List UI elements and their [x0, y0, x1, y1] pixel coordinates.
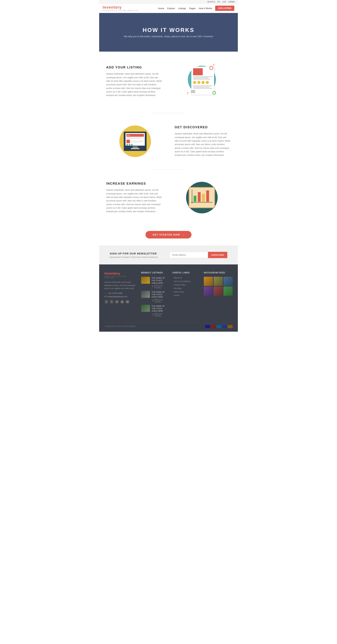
link-career[interactable]: Career	[172, 294, 198, 296]
logo-subtitle: DIRECTORY & LISTING TEMPLATE	[103, 10, 138, 12]
illus3-bars	[193, 190, 212, 202]
footer-bottom: © INVENTORY 2016 | BY BOOTSGRID	[104, 322, 232, 328]
link-sitemap[interactable]: Site Map	[172, 287, 198, 289]
payment-visa	[205, 325, 210, 328]
insta-item-3[interactable]	[224, 277, 232, 286]
main-nav: Home Explore Listings Pages How it Works…	[158, 6, 234, 11]
illus2-screen-row	[126, 140, 144, 143]
social-rss[interactable]: rss	[126, 300, 129, 304]
useful-links-list: About Us Terms & Conditions Privacy Poli…	[172, 277, 198, 296]
subscribe-button[interactable]: SUBSCRIBE	[208, 252, 227, 258]
divider-1	[99, 111, 238, 115]
listing-item-2: THE NAME OF THE PLACE GOES HERE 📍Melbour…	[141, 291, 167, 303]
footer-logo-sub: DIRECTORY & LISTING TEMPLATE	[104, 276, 136, 279]
header: Inventory DIRECTORY & LISTING TEMPLATE H…	[99, 4, 238, 13]
add-listing-body: Aenean sollicitudin, lorem quis bibendum…	[106, 72, 162, 97]
get-discovered-title: GET DISCOVERED	[175, 126, 231, 129]
search-link[interactable]: SEARCH	[207, 1, 215, 3]
nav-explore[interactable]: Explore	[167, 7, 175, 10]
nav-pages[interactable]: Pages	[189, 7, 196, 10]
illus1-green-circle	[212, 91, 216, 94]
email-input[interactable]	[170, 252, 208, 258]
cta-section: GET STARTED NOW →	[99, 224, 238, 246]
listing-location-3: 📍Melbourne, Australia	[152, 313, 167, 317]
increase-earnings-title: INCREASE EARNINGS	[106, 182, 162, 186]
payment-amex	[216, 325, 221, 328]
footer-logo: Inventory	[104, 272, 136, 276]
footer-top: Inventory DIRECTORY & LISTING TEMPLATE A…	[104, 272, 232, 317]
insta-item-2[interactable]	[214, 277, 223, 286]
newsletter-subtitle: Appropriately Strategize Performance Bas…	[110, 256, 158, 258]
insta-item-5[interactable]	[214, 286, 223, 296]
listing-info-1: THE NAME OF THE PLACE GOES HERE 📍Melbour…	[152, 277, 167, 289]
illus1-dots	[193, 81, 212, 84]
link-terms[interactable]: Terms & Conditions	[172, 280, 198, 282]
illus2-monitor	[124, 132, 146, 151]
footer-email: ✉icontact@toplisting.com	[104, 296, 136, 298]
social-facebook[interactable]: f	[110, 300, 114, 304]
add-listing-section: ADD YOUR LISTING Aenean sollicitudin, lo…	[99, 52, 238, 111]
payment-mastercard	[211, 325, 216, 328]
nav-home[interactable]: Home	[158, 7, 164, 10]
listing-item-3: THE NAME OF THE PLACE GOES HERE 📍Melbour…	[141, 305, 167, 317]
illus1-arrow-down: ↙	[186, 91, 190, 96]
listing-title-2: THE NAME OF THE PLACE GOES HERE	[152, 291, 167, 298]
link-privacy[interactable]: Privacy Policy	[172, 284, 198, 286]
footer-social: t f in ig rss	[104, 300, 136, 304]
cta-label: GET STARTED NOW	[152, 234, 180, 236]
footer-newest-listings: NEWEST LISTINGS THE NAME OF THE PLACE GO…	[141, 272, 167, 317]
hero-title: HOW IT WORKS	[142, 27, 194, 33]
insta-item-1[interactable]	[204, 277, 213, 286]
listing-image-1	[141, 277, 150, 284]
add-listing-title: ADD YOUR LISTING	[106, 66, 162, 69]
social-linkedin[interactable]: in	[115, 300, 119, 304]
footer-listings-list: THE NAME OF THE PLACE GOES HERE 📍Melbour…	[141, 277, 167, 317]
increase-earnings-text: INCREASE EARNINGS Aenean sollicitudin, l…	[106, 182, 162, 214]
logo-text: Inventory	[103, 5, 138, 10]
hero-section: HOW IT WORKS We help you to find hotels,…	[99, 13, 238, 52]
get-discovered-section: GET DISCOVERED Aenean sollicitudin, lore…	[99, 115, 238, 168]
add-listing-illustration: ↗ ↙	[173, 62, 231, 101]
social-instagram[interactable]: ig	[120, 300, 124, 304]
illus2-stand	[132, 146, 138, 148]
link-help[interactable]: Help Center	[172, 291, 198, 293]
payment-icons	[205, 325, 232, 328]
nav-how-it-works[interactable]: How it Works	[199, 7, 212, 10]
payment-discover	[228, 325, 232, 328]
get-discovered-text: GET DISCOVERED Aenean sollicitudin, lore…	[175, 126, 231, 157]
insta-item-4[interactable]	[204, 286, 213, 296]
illus3-chart	[191, 190, 212, 206]
illus3-board	[189, 187, 215, 208]
illus1-lines	[193, 76, 212, 80]
instagram-title: INSTAGRAM FEED	[204, 272, 232, 274]
language-selector[interactable]: EN	[217, 1, 220, 3]
newsletter-form: SUBSCRIBE	[170, 252, 227, 258]
useful-links-title: USEFUL LINKS	[172, 272, 198, 274]
get-started-button[interactable]: GET STARTED NOW →	[146, 231, 191, 238]
insta-item-6[interactable]	[224, 286, 232, 296]
illus2-screen-header	[126, 134, 144, 137]
link-about[interactable]: About Us	[172, 277, 198, 279]
get-discovered-illustration	[106, 126, 164, 157]
footer-instagram: INSTAGRAM FEED	[204, 272, 232, 317]
login-link[interactable]: LOGIN	[228, 1, 234, 3]
top-bar: SEARCH EN USD LOGIN	[99, 0, 238, 4]
illus2-base	[131, 148, 140, 149]
increase-earnings-illustration	[173, 182, 231, 214]
divider-line-2	[151, 169, 186, 170]
footer-brand-text: Aenean sollicitudin, lorem quis bibendum…	[104, 281, 136, 290]
divider-2	[99, 168, 238, 171]
instagram-grid	[204, 277, 232, 296]
illus1-card-image	[193, 68, 203, 75]
social-twitter[interactable]: t	[104, 300, 108, 304]
listing-location-1: 📍Melbourne, Australia	[152, 285, 167, 289]
currency-selector[interactable]: USD	[222, 1, 226, 3]
nav-listings[interactable]: Listings	[178, 7, 186, 10]
logo[interactable]: Inventory DIRECTORY & LISTING TEMPLATE	[103, 5, 138, 12]
add-listing-button[interactable]: ADD LISTING	[215, 6, 234, 11]
listing-info-3: THE NAME OF THE PLACE GOES HERE 📍Melbour…	[152, 305, 167, 317]
illus1-menu	[191, 90, 195, 93]
illus2-screen-lines	[126, 138, 144, 139]
newsletter-title: SIGN UP FOR OUR NEWSLETTER	[110, 252, 158, 255]
hero-subtitle: We help you to find hotels, restaurants,…	[124, 35, 213, 38]
